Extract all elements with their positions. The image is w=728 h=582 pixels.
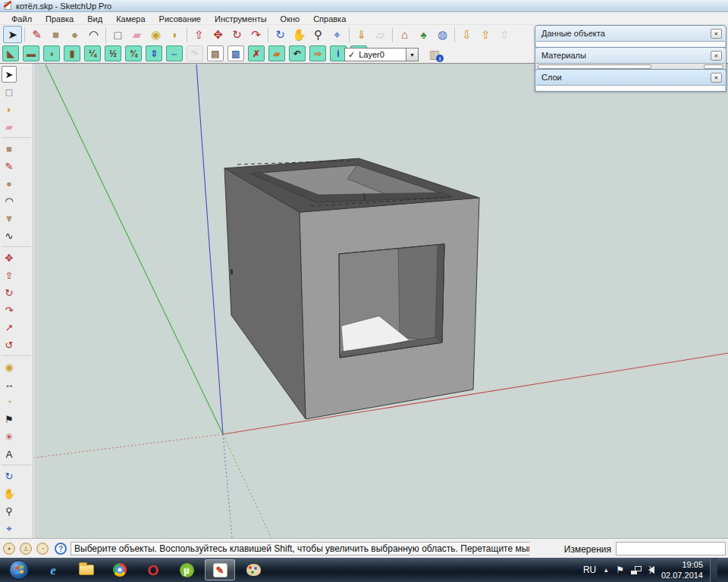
palette-zoom-button[interactable]: ⚲ — [2, 502, 17, 519]
taskbar-clock[interactable]: 19:05 02.07.2014 — [661, 559, 703, 581]
preview-in-google-earth-button[interactable]: ♠ — [414, 26, 433, 43]
language-indicator[interactable]: RU — [583, 565, 596, 575]
menu-file[interactable]: Файл — [5, 14, 39, 24]
circle-tool-button[interactable]: ● — [65, 26, 84, 43]
plugin-undo-button[interactable]: ↶ — [289, 45, 306, 61]
move-tool-button[interactable]: ✥ — [209, 26, 228, 43]
palette-text-button[interactable]: ⚑ — [2, 411, 17, 427]
palette-circle-button[interactable]: ● — [2, 175, 17, 192]
taskbar-chrome-button[interactable] — [105, 559, 135, 580]
plugin-delete-button[interactable]: ✗ — [248, 45, 265, 61]
entity-info-title[interactable]: Данные объекта — [535, 26, 726, 41]
plugin-wedge-button[interactable]: ◣ — [2, 45, 19, 61]
plugin-curl-button[interactable]: ↷ — [187, 45, 203, 61]
network-icon[interactable] — [631, 566, 642, 574]
palette-polygon-button[interactable]: ▼ — [2, 210, 17, 227]
model-viewport[interactable] — [34, 64, 728, 538]
palette-zoom-extents-button[interactable]: ⌖ — [2, 520, 17, 537]
taskbar-explorer-button[interactable] — [71, 559, 102, 580]
palette-move-button[interactable]: ✥ — [2, 249, 17, 266]
measurements-box[interactable] — [616, 542, 726, 555]
layer-dropdown-arrow-icon[interactable]: ▾ — [406, 48, 419, 61]
hidden-icons-icon[interactable]: ▲ — [603, 567, 609, 574]
share-models-button[interactable]: ⇧ — [476, 26, 495, 43]
entity-info-close-icon[interactable]: ✕ — [711, 29, 722, 39]
plugin-board-button[interactable]: ▮ — [64, 45, 80, 61]
taskbar-opera-button[interactable]: O — [138, 559, 168, 580]
menu-camera[interactable]: Камера — [109, 14, 152, 24]
rectangle-tool-button[interactable]: ■ — [46, 26, 65, 43]
palette-pan-button[interactable]: ✋ — [2, 485, 17, 502]
layers-title[interactable]: Слои — [535, 70, 726, 85]
palette-line-button[interactable]: ✎ — [2, 158, 17, 174]
palette-make-component-button[interactable]: ◻ — [2, 83, 17, 100]
volume-icon[interactable] — [648, 566, 654, 574]
plugin-three-quarter-button[interactable]: ¾ — [125, 45, 142, 61]
menu-draw[interactable]: Рисование — [152, 14, 208, 24]
menu-window[interactable]: Окно — [274, 14, 307, 24]
menu-tools[interactable]: Инструменты — [208, 14, 274, 24]
add-location-button[interactable]: ⇓ — [352, 26, 371, 43]
palette-offset-button[interactable]: ↺ — [2, 336, 17, 353]
plugin-bowtie-button[interactable]: ▰ — [268, 45, 285, 61]
menu-edit[interactable]: Правка — [39, 14, 80, 24]
materials-close-icon[interactable]: ✕ — [711, 51, 722, 61]
palette-tape-measure-button[interactable]: ◉ — [2, 358, 17, 375]
palette-push-pull-button[interactable]: ⇧ — [2, 267, 17, 283]
share-component-button[interactable]: ⇧ — [495, 26, 514, 43]
palette-eraser-button[interactable]: ▰ — [2, 118, 17, 135]
orbit-tool-button[interactable]: ↻ — [271, 26, 290, 43]
plugin-box-button[interactable]: ▤ — [207, 45, 224, 61]
materials-title[interactable]: Материалы — [535, 48, 726, 63]
select-tool-button[interactable]: ➤ — [3, 26, 22, 43]
toggle-terrain-button[interactable]: ▱ — [371, 26, 390, 43]
plugin-vertical-fit-button[interactable]: ⇕ — [146, 45, 162, 61]
line-tool-button[interactable]: ✎ — [27, 26, 46, 43]
zoom-extents-button[interactable]: ⌖ — [328, 26, 347, 43]
paint-bucket-button[interactable]: ◗ — [165, 26, 184, 43]
taskbar-paint-button[interactable] — [238, 559, 268, 580]
zoom-tool-button[interactable]: ⚲ — [309, 26, 328, 43]
plugin-axis-arrow-button[interactable]: ⇒ — [309, 45, 326, 61]
palette-scale-button[interactable]: ↗ — [2, 319, 17, 336]
palette-3d-text-button[interactable]: A — [2, 446, 17, 462]
pan-tool-button[interactable]: ✋ — [290, 26, 309, 43]
credit-medallion-icon[interactable]: ♙ — [20, 543, 32, 555]
google-earth-button[interactable]: ◍ — [433, 26, 452, 43]
palette-rotate-button[interactable]: ↻ — [2, 284, 17, 301]
palette-dimension-button[interactable]: ↔ — [2, 376, 17, 393]
layers-close-icon[interactable]: ✕ — [711, 73, 722, 83]
menu-help[interactable]: Справка — [306, 14, 353, 24]
plugin-quarter-button[interactable]: ¼ — [84, 45, 101, 61]
layer-dropdown[interactable]: ✓ Layer0 — [344, 48, 406, 61]
taskbar-ie-button[interactable]: e — [38, 559, 68, 580]
rotate-tool-button[interactable]: ↻ — [228, 26, 246, 43]
start-button[interactable] — [6, 559, 32, 580]
tape-measure-button[interactable]: ◉ — [146, 26, 165, 43]
taskbar-sketchup-button[interactable]: ✎ — [205, 559, 235, 580]
palette-arc-button[interactable]: ◠ — [2, 192, 17, 209]
push-pull-button[interactable]: ⇧ — [190, 26, 209, 43]
palette-paint-bucket-button[interactable]: ◗ — [2, 101, 17, 117]
photo-textures-button[interactable]: ⌂ — [395, 26, 414, 43]
palette-axes-button[interactable]: ✳ — [2, 428, 17, 445]
layer-manager-button[interactable]: ▥ i — [425, 46, 444, 63]
signin-medallion-icon[interactable]: ◔ — [36, 543, 49, 555]
geolocation-medallion-icon[interactable]: ✦ — [3, 543, 15, 555]
make-component-button[interactable]: ◻ — [108, 26, 127, 43]
offset-tool-button[interactable]: ↷ — [246, 26, 265, 43]
plugin-horizontal-fit-button[interactable]: ⇔ — [166, 45, 183, 61]
plugin-half-button[interactable]: ½ — [105, 45, 121, 61]
get-models-button[interactable]: ⇩ — [457, 26, 476, 43]
eraser-tool-button[interactable]: ▰ — [127, 26, 146, 43]
show-desktop-button[interactable] — [710, 558, 717, 582]
plugin-plank-button[interactable]: ▬ — [23, 45, 39, 61]
palette-select-button[interactable]: ➤ — [2, 66, 17, 83]
plugin-edit-sheet-button[interactable]: ▨ — [228, 45, 244, 61]
palette-orbit-button[interactable]: ↻ — [2, 468, 17, 484]
plugin-half-round-button[interactable]: ◖ — [43, 45, 60, 61]
palette-freehand-button[interactable]: ∿ — [2, 227, 17, 244]
palette-follow-me-button[interactable]: ↷ — [2, 302, 17, 318]
palette-protractor-button[interactable]: ◔ — [2, 393, 17, 410]
help-icon[interactable]: ? — [55, 543, 67, 555]
